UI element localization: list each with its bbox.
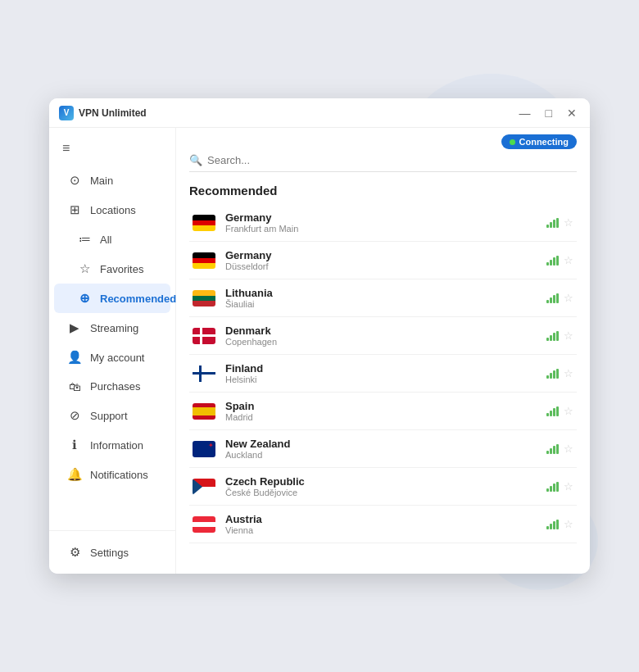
sidebar: ≡ ⊙ Main ⊞ Locations ≔ All ☆ Favorites [49, 128, 176, 574]
sidebar-item-information[interactable]: ℹ Information [54, 430, 170, 460]
minimize-button[interactable]: — [516, 106, 534, 120]
favorite-star[interactable]: ☆ [564, 480, 573, 493]
location-name: Austria [225, 513, 537, 525]
signal-icon [546, 331, 559, 341]
search-input[interactable] [207, 154, 577, 166]
sidebar-label-notifications: Notifications [90, 469, 148, 481]
location-info-nz: New Zealand Auckland [225, 438, 537, 460]
signal-icon [546, 482, 559, 492]
signal-icon [546, 369, 559, 379]
favorite-star[interactable]: ☆ [564, 254, 573, 266]
sidebar-item-notifications[interactable]: 🔔 Notifications [54, 460, 170, 489]
status-label: Connecting [519, 137, 569, 147]
location-name: Germany [225, 211, 537, 224]
close-button[interactable]: ✕ [564, 106, 580, 120]
sidebar-label-main: Main [90, 175, 113, 187]
location-info-de-frank: Germany Frankfurt am Main [225, 211, 537, 234]
sidebar-label-recommended: Recommended [100, 293, 176, 305]
signal-icon [546, 218, 559, 228]
app-title: VPN Unlimited [79, 107, 147, 119]
app-icon: V [59, 106, 74, 120]
sidebar-item-purchases[interactable]: 🛍 Purchases [54, 372, 170, 401]
favorite-star[interactable]: ☆ [564, 518, 573, 530]
maximize-button[interactable]: □ [542, 106, 555, 120]
sidebar-label-my-account: My account [90, 352, 144, 364]
favorite-star[interactable]: ☆ [564, 443, 573, 455]
flag-cz [193, 479, 215, 495]
main-content: Connecting 🔍 Recommended Germany [176, 128, 590, 574]
recommended-icon: ⊕ [77, 291, 92, 306]
all-icon: ≔ [77, 232, 92, 247]
signal-icon [546, 406, 559, 416]
app-window: V VPN Unlimited — □ ✕ ≡ ⊙ Main ⊞ [49, 98, 590, 574]
information-icon: ℹ [67, 438, 82, 452]
sidebar-item-all[interactable]: ≔ All [54, 225, 170, 254]
title-bar: V VPN Unlimited — □ ✕ [49, 98, 590, 128]
sidebar-item-settings[interactable]: ⚙ Settings [54, 538, 170, 567]
favorite-star[interactable]: ☆ [564, 216, 573, 229]
sidebar-item-streaming[interactable]: ▶ Streaming [54, 313, 170, 343]
sidebar-item-locations[interactable]: ⊞ Locations [54, 195, 170, 225]
location-item-dk[interactable]: Denmark Copenhagen ☆ [189, 317, 577, 355]
location-name: Finland [225, 362, 537, 375]
favorite-star[interactable]: ☆ [564, 292, 573, 304]
location-city: České Budějovice [225, 488, 537, 497]
notifications-icon: 🔔 [67, 467, 82, 482]
flag-lt [193, 290, 215, 306]
hamburger-menu[interactable]: ≡ [49, 134, 175, 166]
location-info-es: Spain Madrid [225, 400, 537, 422]
signal-icon [546, 444, 559, 454]
favorite-star[interactable]: ☆ [564, 329, 573, 342]
location-info-at: Austria Vienna [225, 513, 537, 535]
title-bar-controls: — □ ✕ [516, 106, 580, 120]
location-info-de-dussel: Germany Düsseldorf [225, 249, 537, 271]
title-bar-left: V VPN Unlimited [59, 106, 147, 120]
location-info-lt: Lithuania Šiauliai [225, 287, 537, 309]
flag-fi [193, 366, 215, 382]
sidebar-item-favorites[interactable]: ☆ Favorites [54, 254, 170, 284]
location-item-lt[interactable]: Lithuania Šiauliai ☆ [189, 279, 577, 317]
sidebar-item-support[interactable]: ⊘ Support [54, 401, 170, 430]
account-icon: 👤 [67, 350, 82, 365]
location-item-es[interactable]: Spain Madrid ☆ [189, 393, 577, 430]
sidebar-item-recommended[interactable]: ⊕ Recommended [54, 284, 170, 313]
location-name: New Zealand [225, 438, 537, 450]
purchases-icon: 🛍 [67, 379, 82, 393]
location-name: Denmark [225, 325, 537, 337]
sidebar-label-settings: Settings [90, 547, 129, 559]
location-item-fi[interactable]: Finland Helsinki ☆ [189, 355, 577, 393]
location-name: Czech Republic [225, 475, 537, 488]
signal-icon [546, 520, 559, 529]
location-info-cz: Czech Republic České Budějovice [225, 475, 537, 497]
location-item-de-dussel[interactable]: Germany Düsseldorf ☆ [189, 242, 577, 279]
location-actions: ☆ [546, 254, 573, 266]
location-name: Spain [225, 400, 537, 412]
sidebar-item-my-account[interactable]: 👤 My account [54, 343, 170, 372]
location-item-at[interactable]: Austria Vienna ☆ [189, 506, 577, 543]
location-item-de-frank[interactable]: Germany Frankfurt am Main ☆ [189, 204, 577, 242]
locations-icon: ⊞ [67, 202, 82, 217]
location-name: Lithuania [225, 287, 537, 299]
flag-nz [193, 441, 215, 457]
sidebar-label-locations: Locations [90, 204, 136, 216]
location-info-dk: Denmark Copenhagen [225, 325, 537, 347]
location-actions: ☆ [546, 216, 573, 229]
location-item-nz[interactable]: New Zealand Auckland ☆ [189, 430, 577, 468]
favorites-icon: ☆ [77, 261, 92, 276]
flag-es [193, 403, 215, 420]
favorite-star[interactable]: ☆ [564, 405, 573, 417]
main-window: V VPN Unlimited — □ ✕ ≡ ⊙ Main ⊞ [49, 98, 590, 574]
favorite-star[interactable]: ☆ [564, 367, 573, 379]
location-city: Düsseldorf [225, 261, 537, 271]
main-icon: ⊙ [67, 173, 82, 188]
location-actions: ☆ [546, 405, 573, 417]
locations-panel: Recommended Germany Frankfurt am Main [176, 175, 590, 574]
support-icon: ⊘ [67, 408, 82, 423]
signal-icon [546, 256, 559, 266]
sidebar-label-all: All [100, 234, 111, 246]
flag-at [193, 516, 215, 533]
sidebar-item-main[interactable]: ⊙ Main [54, 166, 170, 195]
location-actions: ☆ [546, 480, 573, 493]
location-item-cz[interactable]: Czech Republic České Budějovice ☆ [189, 468, 577, 506]
location-city: Madrid [225, 412, 537, 422]
